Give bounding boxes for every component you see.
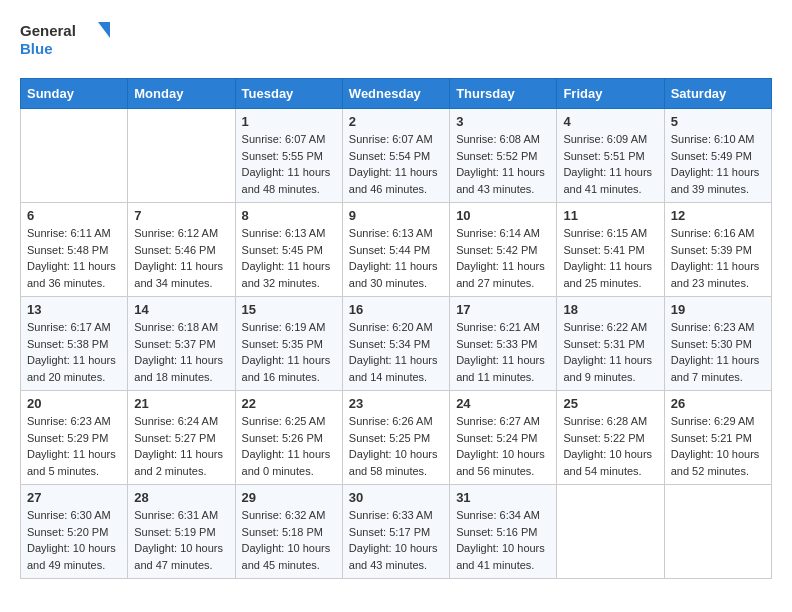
calendar-cell: 16Sunrise: 6:20 AM Sunset: 5:34 PM Dayli… bbox=[342, 297, 449, 391]
week-row-4: 20Sunrise: 6:23 AM Sunset: 5:29 PM Dayli… bbox=[21, 391, 772, 485]
day-number: 4 bbox=[563, 114, 657, 129]
calendar-cell: 8Sunrise: 6:13 AM Sunset: 5:45 PM Daylig… bbox=[235, 203, 342, 297]
day-number: 10 bbox=[456, 208, 550, 223]
day-number: 20 bbox=[27, 396, 121, 411]
column-header-wednesday: Wednesday bbox=[342, 79, 449, 109]
week-row-3: 13Sunrise: 6:17 AM Sunset: 5:38 PM Dayli… bbox=[21, 297, 772, 391]
day-info: Sunrise: 6:11 AM Sunset: 5:48 PM Dayligh… bbox=[27, 225, 121, 291]
calendar-cell: 28Sunrise: 6:31 AM Sunset: 5:19 PM Dayli… bbox=[128, 485, 235, 579]
calendar-cell: 5Sunrise: 6:10 AM Sunset: 5:49 PM Daylig… bbox=[664, 109, 771, 203]
day-number: 24 bbox=[456, 396, 550, 411]
day-number: 21 bbox=[134, 396, 228, 411]
calendar-cell: 20Sunrise: 6:23 AM Sunset: 5:29 PM Dayli… bbox=[21, 391, 128, 485]
column-header-saturday: Saturday bbox=[664, 79, 771, 109]
calendar-cell: 21Sunrise: 6:24 AM Sunset: 5:27 PM Dayli… bbox=[128, 391, 235, 485]
day-info: Sunrise: 6:32 AM Sunset: 5:18 PM Dayligh… bbox=[242, 507, 336, 573]
day-info: Sunrise: 6:07 AM Sunset: 5:55 PM Dayligh… bbox=[242, 131, 336, 197]
day-info: Sunrise: 6:22 AM Sunset: 5:31 PM Dayligh… bbox=[563, 319, 657, 385]
calendar-cell: 15Sunrise: 6:19 AM Sunset: 5:35 PM Dayli… bbox=[235, 297, 342, 391]
day-info: Sunrise: 6:21 AM Sunset: 5:33 PM Dayligh… bbox=[456, 319, 550, 385]
day-info: Sunrise: 6:17 AM Sunset: 5:38 PM Dayligh… bbox=[27, 319, 121, 385]
calendar-cell: 11Sunrise: 6:15 AM Sunset: 5:41 PM Dayli… bbox=[557, 203, 664, 297]
day-number: 2 bbox=[349, 114, 443, 129]
day-info: Sunrise: 6:24 AM Sunset: 5:27 PM Dayligh… bbox=[134, 413, 228, 479]
day-info: Sunrise: 6:18 AM Sunset: 5:37 PM Dayligh… bbox=[134, 319, 228, 385]
day-number: 19 bbox=[671, 302, 765, 317]
day-info: Sunrise: 6:23 AM Sunset: 5:29 PM Dayligh… bbox=[27, 413, 121, 479]
calendar-cell: 10Sunrise: 6:14 AM Sunset: 5:42 PM Dayli… bbox=[450, 203, 557, 297]
day-number: 12 bbox=[671, 208, 765, 223]
calendar-cell: 7Sunrise: 6:12 AM Sunset: 5:46 PM Daylig… bbox=[128, 203, 235, 297]
calendar-cell: 24Sunrise: 6:27 AM Sunset: 5:24 PM Dayli… bbox=[450, 391, 557, 485]
day-info: Sunrise: 6:34 AM Sunset: 5:16 PM Dayligh… bbox=[456, 507, 550, 573]
day-number: 3 bbox=[456, 114, 550, 129]
day-info: Sunrise: 6:12 AM Sunset: 5:46 PM Dayligh… bbox=[134, 225, 228, 291]
day-number: 17 bbox=[456, 302, 550, 317]
column-header-friday: Friday bbox=[557, 79, 664, 109]
calendar-cell: 30Sunrise: 6:33 AM Sunset: 5:17 PM Dayli… bbox=[342, 485, 449, 579]
calendar-cell: 27Sunrise: 6:30 AM Sunset: 5:20 PM Dayli… bbox=[21, 485, 128, 579]
day-info: Sunrise: 6:08 AM Sunset: 5:52 PM Dayligh… bbox=[456, 131, 550, 197]
page-header: General Blue bbox=[20, 20, 772, 62]
day-info: Sunrise: 6:33 AM Sunset: 5:17 PM Dayligh… bbox=[349, 507, 443, 573]
column-header-monday: Monday bbox=[128, 79, 235, 109]
day-number: 30 bbox=[349, 490, 443, 505]
day-number: 29 bbox=[242, 490, 336, 505]
column-header-thursday: Thursday bbox=[450, 79, 557, 109]
svg-text:Blue: Blue bbox=[20, 40, 53, 57]
calendar-cell: 1Sunrise: 6:07 AM Sunset: 5:55 PM Daylig… bbox=[235, 109, 342, 203]
svg-text:General: General bbox=[20, 22, 76, 39]
day-info: Sunrise: 6:15 AM Sunset: 5:41 PM Dayligh… bbox=[563, 225, 657, 291]
calendar-cell: 22Sunrise: 6:25 AM Sunset: 5:26 PM Dayli… bbox=[235, 391, 342, 485]
day-info: Sunrise: 6:10 AM Sunset: 5:49 PM Dayligh… bbox=[671, 131, 765, 197]
day-number: 11 bbox=[563, 208, 657, 223]
day-number: 18 bbox=[563, 302, 657, 317]
calendar-cell: 3Sunrise: 6:08 AM Sunset: 5:52 PM Daylig… bbox=[450, 109, 557, 203]
day-number: 23 bbox=[349, 396, 443, 411]
week-row-2: 6Sunrise: 6:11 AM Sunset: 5:48 PM Daylig… bbox=[21, 203, 772, 297]
day-info: Sunrise: 6:13 AM Sunset: 5:44 PM Dayligh… bbox=[349, 225, 443, 291]
day-number: 9 bbox=[349, 208, 443, 223]
day-info: Sunrise: 6:07 AM Sunset: 5:54 PM Dayligh… bbox=[349, 131, 443, 197]
calendar-cell: 4Sunrise: 6:09 AM Sunset: 5:51 PM Daylig… bbox=[557, 109, 664, 203]
day-info: Sunrise: 6:13 AM Sunset: 5:45 PM Dayligh… bbox=[242, 225, 336, 291]
calendar-cell: 26Sunrise: 6:29 AM Sunset: 5:21 PM Dayli… bbox=[664, 391, 771, 485]
week-row-5: 27Sunrise: 6:30 AM Sunset: 5:20 PM Dayli… bbox=[21, 485, 772, 579]
day-info: Sunrise: 6:26 AM Sunset: 5:25 PM Dayligh… bbox=[349, 413, 443, 479]
week-row-1: 1Sunrise: 6:07 AM Sunset: 5:55 PM Daylig… bbox=[21, 109, 772, 203]
calendar-cell: 12Sunrise: 6:16 AM Sunset: 5:39 PM Dayli… bbox=[664, 203, 771, 297]
day-info: Sunrise: 6:31 AM Sunset: 5:19 PM Dayligh… bbox=[134, 507, 228, 573]
day-number: 13 bbox=[27, 302, 121, 317]
calendar-cell: 9Sunrise: 6:13 AM Sunset: 5:44 PM Daylig… bbox=[342, 203, 449, 297]
day-number: 28 bbox=[134, 490, 228, 505]
day-info: Sunrise: 6:28 AM Sunset: 5:22 PM Dayligh… bbox=[563, 413, 657, 479]
day-number: 15 bbox=[242, 302, 336, 317]
day-number: 1 bbox=[242, 114, 336, 129]
day-number: 16 bbox=[349, 302, 443, 317]
day-number: 14 bbox=[134, 302, 228, 317]
calendar-cell bbox=[128, 109, 235, 203]
day-number: 31 bbox=[456, 490, 550, 505]
calendar-cell: 23Sunrise: 6:26 AM Sunset: 5:25 PM Dayli… bbox=[342, 391, 449, 485]
day-number: 7 bbox=[134, 208, 228, 223]
calendar-cell: 6Sunrise: 6:11 AM Sunset: 5:48 PM Daylig… bbox=[21, 203, 128, 297]
logo: General Blue bbox=[20, 20, 110, 62]
day-number: 5 bbox=[671, 114, 765, 129]
calendar-cell: 14Sunrise: 6:18 AM Sunset: 5:37 PM Dayli… bbox=[128, 297, 235, 391]
day-info: Sunrise: 6:09 AM Sunset: 5:51 PM Dayligh… bbox=[563, 131, 657, 197]
day-info: Sunrise: 6:16 AM Sunset: 5:39 PM Dayligh… bbox=[671, 225, 765, 291]
calendar-cell: 31Sunrise: 6:34 AM Sunset: 5:16 PM Dayli… bbox=[450, 485, 557, 579]
calendar-cell: 13Sunrise: 6:17 AM Sunset: 5:38 PM Dayli… bbox=[21, 297, 128, 391]
logo-icon: General Blue bbox=[20, 20, 110, 62]
day-number: 25 bbox=[563, 396, 657, 411]
calendar-cell: 2Sunrise: 6:07 AM Sunset: 5:54 PM Daylig… bbox=[342, 109, 449, 203]
calendar-cell bbox=[664, 485, 771, 579]
calendar-cell: 25Sunrise: 6:28 AM Sunset: 5:22 PM Dayli… bbox=[557, 391, 664, 485]
calendar-cell bbox=[557, 485, 664, 579]
day-info: Sunrise: 6:29 AM Sunset: 5:21 PM Dayligh… bbox=[671, 413, 765, 479]
day-info: Sunrise: 6:25 AM Sunset: 5:26 PM Dayligh… bbox=[242, 413, 336, 479]
day-number: 22 bbox=[242, 396, 336, 411]
calendar-cell: 19Sunrise: 6:23 AM Sunset: 5:30 PM Dayli… bbox=[664, 297, 771, 391]
day-info: Sunrise: 6:19 AM Sunset: 5:35 PM Dayligh… bbox=[242, 319, 336, 385]
calendar-cell: 17Sunrise: 6:21 AM Sunset: 5:33 PM Dayli… bbox=[450, 297, 557, 391]
